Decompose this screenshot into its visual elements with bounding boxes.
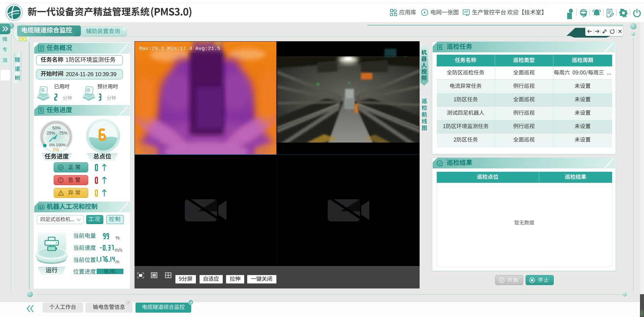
- svg-text:Max:29.1 Min:17.4 Avg:21.5: Max:29.1 Min:17.4 Avg:21.5: [139, 46, 220, 52]
